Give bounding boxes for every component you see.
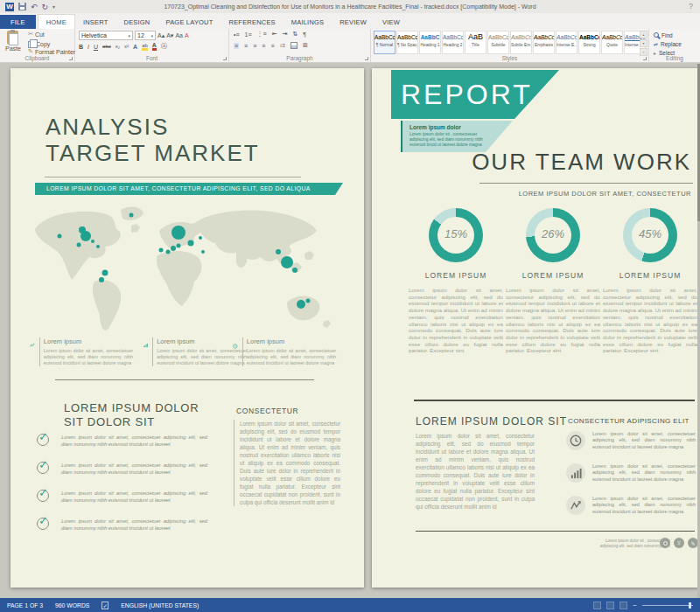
feature-item: Lorem ipsum Lorem ipsum dolor sit amet, … xyxy=(233,337,336,366)
text-effects-button[interactable]: A xyxy=(133,44,137,50)
font-dialog-launcher[interactable] xyxy=(223,57,227,60)
multilevel-list-icon[interactable]: ⋮≡ xyxy=(257,31,267,38)
format-painter-label: Format Painter xyxy=(35,49,75,55)
donut-paragraph: Lorem ipsum dolor sit amet, consectetur … xyxy=(506,287,600,354)
highlight-button[interactable]: ab xyxy=(142,43,148,51)
tab-design[interactable]: DESIGN xyxy=(116,15,158,29)
show-paragraph-marks-icon[interactable]: ¶ xyxy=(303,31,306,38)
sort-icon[interactable]: ⇅ xyxy=(292,31,298,38)
style-label: Intense E... xyxy=(556,43,577,47)
style-heading-1[interactable]: AaBbCHeading 1 xyxy=(419,31,441,54)
replace-button[interactable]: ⇄Replace xyxy=(654,39,682,48)
font-color-button[interactable]: A xyxy=(152,42,157,51)
print-layout-icon[interactable] xyxy=(606,602,614,609)
checkmark-icon xyxy=(37,462,49,474)
justify-icon[interactable]: ≡ xyxy=(262,43,265,49)
paste-button[interactable]: Paste xyxy=(5,31,21,52)
decrease-indent-icon[interactable]: ⇤ xyxy=(272,31,277,38)
font-size-combo[interactable]: 12▾ xyxy=(135,31,156,40)
document-page-2[interactable]: REPORT Lorem ipsum dolor Lorem ipsum dol… xyxy=(372,68,698,588)
undo-icon[interactable]: ↶ xyxy=(31,3,38,11)
styles-dialog-launcher[interactable] xyxy=(643,57,647,60)
style-subtitle[interactable]: AaBbCcSubtitle xyxy=(487,31,509,54)
tab-insert[interactable]: INSERT xyxy=(75,15,116,29)
report-title: REPORT xyxy=(391,70,559,119)
style-subtle-emphasis[interactable]: AaBbCc.Subtle Em... xyxy=(510,31,532,54)
paragraph-dialog-launcher[interactable] xyxy=(365,57,368,60)
quick-access-toolbar: W ↶ ↻ ▾ xyxy=(5,3,55,11)
change-case-button[interactable]: Aa xyxy=(175,32,183,38)
superscript-button[interactable]: x² xyxy=(124,44,129,49)
bold-button[interactable]: B xyxy=(79,44,83,50)
page1-banner: LOREM IPSUM DOLOR SIT AMET, CONSECTETUR … xyxy=(35,183,343,195)
style-title[interactable]: AaBTitle xyxy=(465,31,486,54)
strikethrough-button[interactable]: abc xyxy=(102,44,111,49)
copy-button[interactable]: Copy xyxy=(28,39,50,48)
borders-icon[interactable]: ⊞ xyxy=(303,42,308,49)
clear-formatting-button[interactable]: A xyxy=(185,32,189,38)
style-emphasis[interactable]: AaBbCc.Emphasis xyxy=(533,31,555,54)
word-count[interactable]: 960 WORDS xyxy=(55,602,89,609)
checklist-item: Lorem ipsum dolor sit amet, consectetuer… xyxy=(37,462,207,476)
enclose-characters-button[interactable]: Ⓐ xyxy=(161,42,167,51)
redo-icon[interactable]: ↻ xyxy=(42,3,49,11)
style-preview: AaBbCc xyxy=(488,31,508,43)
bullets-icon[interactable]: •≡ xyxy=(234,31,240,38)
zoom-handle[interactable] xyxy=(689,602,691,609)
tab-mailings[interactable]: MAILINGS xyxy=(284,15,332,29)
checklist-text: Lorem ipsum dolor sit amet, consectetuer… xyxy=(61,518,207,532)
paragraph-group: •≡ 1≡ ⋮≡ ⇤ ⇥ ⇅ ¶ ≡ ≡ ≡ ≡ ≡ ↕≡ ⊞ Paragrap… xyxy=(229,29,371,62)
tab-view[interactable]: VIEW xyxy=(374,15,408,29)
web-layout-icon[interactable] xyxy=(620,602,627,609)
clipboard-group-label: Clipboard xyxy=(0,55,74,61)
tab-page-layout[interactable]: PAGE LAYOUT xyxy=(158,15,221,29)
clipboard-dialog-launcher[interactable] xyxy=(69,57,73,60)
tab-file[interactable]: FILE xyxy=(0,15,36,29)
qat-customize-icon[interactable]: ▾ xyxy=(52,3,55,10)
zoom-slider[interactable] xyxy=(642,605,693,606)
subscript-button[interactable]: x₂ xyxy=(116,44,120,49)
copy-label: Copy xyxy=(36,41,50,47)
map-marker xyxy=(77,243,81,247)
tab-review[interactable]: REVIEW xyxy=(332,15,374,29)
divider xyxy=(480,183,693,184)
underline-button[interactable]: U xyxy=(94,44,98,50)
cut-button[interactable]: ✂ Cut xyxy=(28,31,45,38)
read-mode-icon[interactable] xyxy=(593,602,601,609)
style-no-spacing[interactable]: AaBbCcI¶ No Spac... xyxy=(396,31,418,54)
distribute-icon[interactable]: ≡ xyxy=(270,43,274,49)
bar-chart-icon xyxy=(570,468,582,479)
document-page-1[interactable]: ANALYSIS TARGET MARKET LOREM IPSUM DOLOR… xyxy=(10,68,364,588)
zoom-out-button[interactable]: − xyxy=(633,602,637,609)
increase-indent-icon[interactable]: ⇥ xyxy=(283,31,288,38)
style-strong[interactable]: AaBbCcStrong xyxy=(578,31,600,54)
numbering-icon[interactable]: 1≡ xyxy=(245,31,252,38)
style-normal[interactable]: AaBbCcI¶ Normal xyxy=(374,31,396,54)
shrink-font-button[interactable]: A▾ xyxy=(166,32,173,39)
tab-home[interactable]: HOME xyxy=(38,14,75,29)
font-family-combo[interactable]: Helvetica▾ xyxy=(79,31,133,40)
donut-value: 45% xyxy=(603,227,697,240)
align-right-icon[interactable]: ≡ xyxy=(253,43,256,49)
shading-icon[interactable] xyxy=(290,42,298,49)
align-left-icon[interactable]: ≡ xyxy=(234,43,239,49)
align-center-icon[interactable]: ≡ xyxy=(244,43,248,49)
language-indicator[interactable]: ENGLISH (UNITED STATES) xyxy=(121,602,199,609)
styles-scrollbar[interactable]: ▴▾▿ xyxy=(640,31,648,54)
save-icon[interactable] xyxy=(18,3,26,10)
help-button[interactable]: ? xyxy=(689,2,693,10)
donut-column: 45% LOREM IPSUM Lorem ipsum dolor sit am… xyxy=(603,208,697,354)
line-spacing-icon[interactable]: ↕≡ xyxy=(279,43,285,48)
style-quote[interactable]: AaBbCc.Quote xyxy=(601,31,623,54)
style-preview: AaBbCc. xyxy=(511,31,531,43)
tab-references[interactable]: REFERENCES xyxy=(221,15,284,29)
page-indicator[interactable]: PAGE 1 OF 3 xyxy=(7,602,43,609)
grow-font-button[interactable]: A▴ xyxy=(158,32,164,39)
side-item: Lorem ipsum dolor sit amet, consectetuer… xyxy=(566,463,696,483)
format-painter-button[interactable]: ✎ Format Painter xyxy=(28,48,75,55)
style-intense-emphasis[interactable]: AaBbCc.Intense E... xyxy=(556,31,578,54)
style-heading-2[interactable]: AaBbCcHeading 2 xyxy=(442,31,464,54)
find-button[interactable]: Find xyxy=(654,31,673,39)
proofing-icon[interactable]: ✓ xyxy=(102,602,108,609)
italic-button[interactable]: I xyxy=(88,44,89,50)
